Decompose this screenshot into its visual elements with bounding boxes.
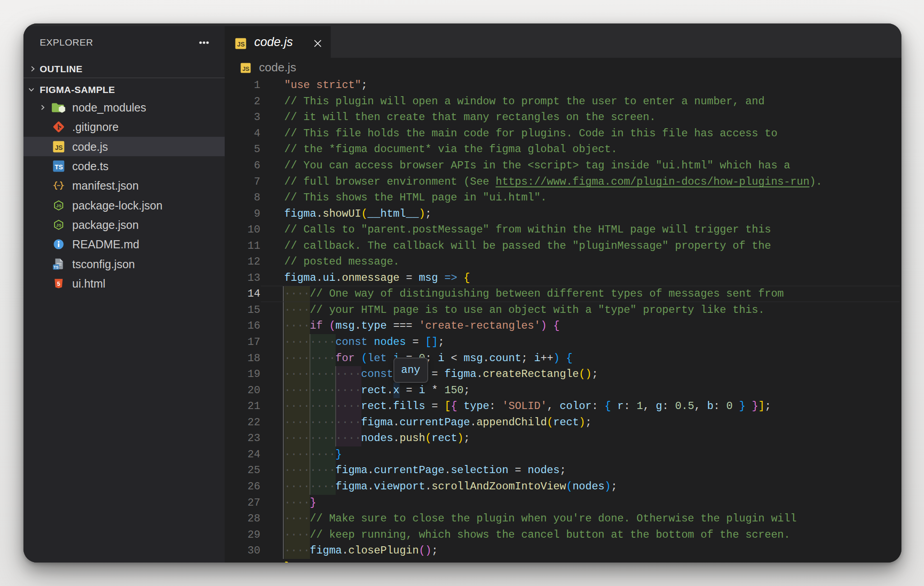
svg-text:JS: JS	[56, 223, 61, 228]
svg-text:JS: JS	[55, 144, 63, 151]
svg-text:TS: TS	[53, 265, 58, 269]
svg-text:TS: TS	[55, 163, 63, 171]
svg-text:JS: JS	[237, 41, 245, 48]
svg-text:JS: JS	[56, 203, 61, 208]
svg-text:5: 5	[57, 281, 60, 287]
svg-text:JS: JS	[242, 65, 249, 72]
